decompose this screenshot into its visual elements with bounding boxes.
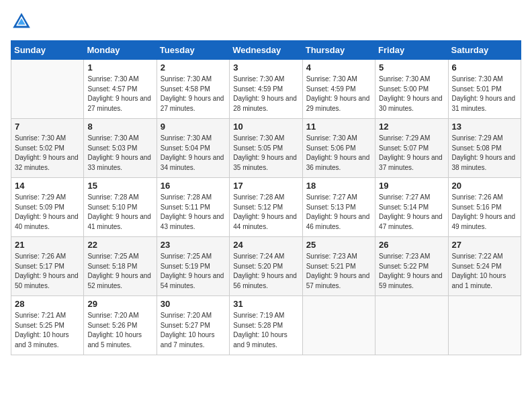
day-info: Sunrise: 7:28 AMSunset: 5:10 PMDaylight:… xyxy=(87,193,152,232)
day-info: Sunrise: 7:30 AMSunset: 5:01 PMDaylight:… xyxy=(452,75,517,113)
day-number: 18 xyxy=(306,181,371,191)
logo xyxy=(11,11,35,32)
col-header-friday: Friday xyxy=(375,41,448,60)
day-cell: 6 Sunrise: 7:30 AMSunset: 5:01 PMDayligh… xyxy=(448,60,521,119)
day-number: 31 xyxy=(233,299,298,309)
day-info: Sunrise: 7:22 AMSunset: 5:24 PMDaylight:… xyxy=(452,252,517,291)
day-cell: 21 Sunrise: 7:26 AMSunset: 5:17 PMDaylig… xyxy=(11,237,84,296)
day-cell: 27 Sunrise: 7:22 AMSunset: 5:24 PMDaylig… xyxy=(448,237,521,296)
day-info: Sunrise: 7:23 AMSunset: 5:22 PMDaylight:… xyxy=(379,252,444,291)
day-info: Sunrise: 7:24 AMSunset: 5:20 PMDaylight:… xyxy=(233,252,298,291)
day-cell: 23 Sunrise: 7:25 AMSunset: 5:19 PMDaylig… xyxy=(157,237,229,296)
day-info: Sunrise: 7:20 AMSunset: 5:27 PMDaylight:… xyxy=(161,311,226,350)
day-cell: 29 Sunrise: 7:20 AMSunset: 5:26 PMDaylig… xyxy=(84,296,157,355)
day-number: 11 xyxy=(306,122,371,132)
day-info: Sunrise: 7:28 AMSunset: 5:12 PMDaylight:… xyxy=(233,193,298,232)
day-number: 13 xyxy=(452,122,517,132)
day-cell: 10 Sunrise: 7:30 AMSunset: 5:05 PMDaylig… xyxy=(230,119,302,178)
day-cell: 5 Sunrise: 7:30 AMSunset: 5:00 PMDayligh… xyxy=(375,60,448,119)
day-cell: 20 Sunrise: 7:26 AMSunset: 5:16 PMDaylig… xyxy=(448,178,521,237)
day-info: Sunrise: 7:30 AMSunset: 4:58 PMDaylight:… xyxy=(161,75,226,113)
day-cell: 22 Sunrise: 7:25 AMSunset: 5:18 PMDaylig… xyxy=(84,237,157,296)
day-number: 6 xyxy=(452,62,517,73)
day-info: Sunrise: 7:30 AMSunset: 4:57 PMDaylight:… xyxy=(87,75,152,113)
day-number: 12 xyxy=(379,122,444,132)
col-header-thursday: Thursday xyxy=(302,41,375,60)
col-header-saturday: Saturday xyxy=(448,41,521,60)
day-number: 1 xyxy=(87,62,152,73)
day-cell: 18 Sunrise: 7:27 AMSunset: 5:13 PMDaylig… xyxy=(302,178,375,237)
day-info: Sunrise: 7:20 AMSunset: 5:26 PMDaylight:… xyxy=(87,311,152,350)
day-info: Sunrise: 7:21 AMSunset: 5:25 PMDaylight:… xyxy=(15,311,80,350)
day-info: Sunrise: 7:26 AMSunset: 5:16 PMDaylight:… xyxy=(452,193,517,232)
day-info: Sunrise: 7:19 AMSunset: 5:28 PMDaylight:… xyxy=(233,311,298,350)
logo-icon xyxy=(11,11,32,32)
day-number: 2 xyxy=(161,62,226,73)
day-info: Sunrise: 7:30 AMSunset: 5:03 PMDaylight:… xyxy=(87,134,152,173)
day-cell xyxy=(448,296,521,355)
week-row-5: 28 Sunrise: 7:21 AMSunset: 5:25 PMDaylig… xyxy=(11,296,521,355)
day-info: Sunrise: 7:30 AMSunset: 5:06 PMDaylight:… xyxy=(306,134,371,173)
day-number: 24 xyxy=(233,240,298,250)
day-cell: 16 Sunrise: 7:28 AMSunset: 5:11 PMDaylig… xyxy=(157,178,229,237)
day-cell: 28 Sunrise: 7:21 AMSunset: 5:25 PMDaylig… xyxy=(11,296,84,355)
week-row-2: 7 Sunrise: 7:30 AMSunset: 5:02 PMDayligh… xyxy=(11,119,521,178)
day-info: Sunrise: 7:26 AMSunset: 5:17 PMDaylight:… xyxy=(15,252,80,291)
day-cell: 8 Sunrise: 7:30 AMSunset: 5:03 PMDayligh… xyxy=(84,119,157,178)
calendar-table: SundayMondayTuesdayWednesdayThursdayFrid… xyxy=(11,40,521,355)
day-cell xyxy=(302,296,375,355)
col-header-tuesday: Tuesday xyxy=(157,41,229,60)
day-cell: 19 Sunrise: 7:27 AMSunset: 5:14 PMDaylig… xyxy=(375,178,448,237)
day-info: Sunrise: 7:30 AMSunset: 5:00 PMDaylight:… xyxy=(379,75,444,113)
day-info: Sunrise: 7:28 AMSunset: 5:11 PMDaylight:… xyxy=(161,193,226,232)
day-cell: 30 Sunrise: 7:20 AMSunset: 5:27 PMDaylig… xyxy=(157,296,229,355)
day-cell xyxy=(11,60,84,119)
day-cell: 31 Sunrise: 7:19 AMSunset: 5:28 PMDaylig… xyxy=(230,296,302,355)
day-info: Sunrise: 7:25 AMSunset: 5:18 PMDaylight:… xyxy=(87,252,152,291)
day-number: 15 xyxy=(87,181,152,191)
week-row-3: 14 Sunrise: 7:29 AMSunset: 5:09 PMDaylig… xyxy=(11,178,521,237)
day-cell: 7 Sunrise: 7:30 AMSunset: 5:02 PMDayligh… xyxy=(11,119,84,178)
day-cell: 25 Sunrise: 7:23 AMSunset: 5:21 PMDaylig… xyxy=(302,237,375,296)
week-row-1: 1 Sunrise: 7:30 AMSunset: 4:57 PMDayligh… xyxy=(11,60,521,119)
day-cell: 1 Sunrise: 7:30 AMSunset: 4:57 PMDayligh… xyxy=(84,60,157,119)
day-cell: 26 Sunrise: 7:23 AMSunset: 5:22 PMDaylig… xyxy=(375,237,448,296)
day-info: Sunrise: 7:25 AMSunset: 5:19 PMDaylight:… xyxy=(161,252,226,291)
day-info: Sunrise: 7:30 AMSunset: 5:04 PMDaylight:… xyxy=(161,134,226,173)
day-number: 20 xyxy=(452,181,517,191)
day-cell: 4 Sunrise: 7:30 AMSunset: 4:59 PMDayligh… xyxy=(302,60,375,119)
day-number: 19 xyxy=(379,181,444,191)
day-number: 25 xyxy=(306,240,371,250)
day-number: 16 xyxy=(161,181,226,191)
day-info: Sunrise: 7:30 AMSunset: 5:02 PMDaylight:… xyxy=(15,134,80,173)
day-info: Sunrise: 7:27 AMSunset: 5:13 PMDaylight:… xyxy=(306,193,371,232)
day-info: Sunrise: 7:30 AMSunset: 5:05 PMDaylight:… xyxy=(233,134,298,173)
day-info: Sunrise: 7:29 AMSunset: 5:07 PMDaylight:… xyxy=(379,134,444,173)
day-number: 5 xyxy=(379,62,444,73)
day-info: Sunrise: 7:29 AMSunset: 5:08 PMDaylight:… xyxy=(452,134,517,173)
day-number: 27 xyxy=(452,240,517,250)
day-number: 26 xyxy=(379,240,444,250)
day-number: 29 xyxy=(87,299,152,309)
day-number: 3 xyxy=(233,62,298,73)
day-info: Sunrise: 7:27 AMSunset: 5:14 PMDaylight:… xyxy=(379,193,444,232)
day-number: 8 xyxy=(87,122,152,132)
day-number: 4 xyxy=(306,62,371,73)
day-number: 23 xyxy=(161,240,226,250)
day-number: 14 xyxy=(15,181,80,191)
day-cell: 24 Sunrise: 7:24 AMSunset: 5:20 PMDaylig… xyxy=(230,237,302,296)
col-header-wednesday: Wednesday xyxy=(230,41,302,60)
day-cell xyxy=(375,296,448,355)
day-cell: 12 Sunrise: 7:29 AMSunset: 5:07 PMDaylig… xyxy=(375,119,448,178)
col-header-sunday: Sunday xyxy=(11,41,84,60)
day-cell: 15 Sunrise: 7:28 AMSunset: 5:10 PMDaylig… xyxy=(84,178,157,237)
header-row: SundayMondayTuesdayWednesdayThursdayFrid… xyxy=(11,41,521,60)
day-info: Sunrise: 7:29 AMSunset: 5:09 PMDaylight:… xyxy=(15,193,80,232)
week-row-4: 21 Sunrise: 7:26 AMSunset: 5:17 PMDaylig… xyxy=(11,237,521,296)
day-number: 30 xyxy=(161,299,226,309)
page-header xyxy=(11,11,521,32)
day-number: 21 xyxy=(15,240,80,250)
day-cell: 3 Sunrise: 7:30 AMSunset: 4:59 PMDayligh… xyxy=(230,60,302,119)
day-cell: 17 Sunrise: 7:28 AMSunset: 5:12 PMDaylig… xyxy=(230,178,302,237)
day-cell: 2 Sunrise: 7:30 AMSunset: 4:58 PMDayligh… xyxy=(157,60,229,119)
